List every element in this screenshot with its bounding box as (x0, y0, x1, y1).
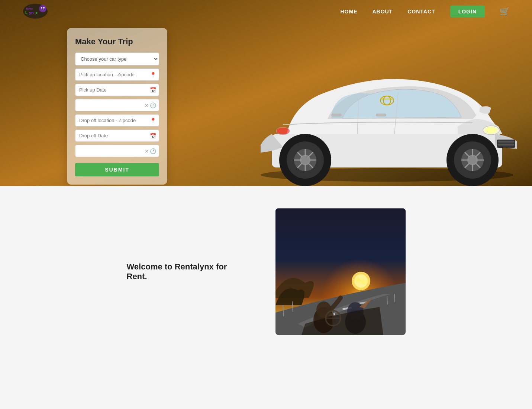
navbar-links: HOME ABOUT CONTACT LOGIN 🛒 (340, 6, 510, 17)
pickup-time-clear[interactable]: ✕ (145, 102, 149, 108)
svg-text:Rent: Rent (26, 7, 33, 10)
cart-icon[interactable]: 🛒 (500, 7, 510, 16)
pickup-date-wrap: 📅 (75, 84, 159, 96)
dropoff-time-clock-icon: 🕐 (150, 148, 156, 154)
trip-form-card: Make Your Trip Choose your car typeSedan… (67, 28, 167, 185)
dropoff-location-input[interactable] (75, 114, 159, 127)
svg-text:x: x (35, 10, 38, 15)
below-hero-section: Welcome to Rentalynx for Rent. (0, 186, 532, 357)
svg-point-44 (39, 5, 46, 12)
logo[interactable]: Rent L yn x (22, 3, 48, 20)
calendar-icon: 📅 (150, 87, 156, 93)
form-title: Make Your Trip (75, 37, 159, 47)
pickup-time-wrap: 12:00 am ✕ 🕐 (75, 99, 159, 111)
dropoff-date-input[interactable] (75, 130, 159, 142)
svg-point-7 (276, 127, 290, 135)
car-type-select[interactable]: Choose your car typeSedanSUVTruckConvert… (75, 52, 159, 65)
dropoff-date-wrap: 📅 (75, 130, 159, 142)
location-icon: 📍 (150, 72, 156, 78)
login-button[interactable]: LOGIN (450, 6, 485, 17)
pickup-date-input[interactable] (75, 84, 159, 96)
nav-contact[interactable]: CONTACT (407, 9, 435, 15)
svg-text:yn: yn (29, 10, 34, 15)
dropoff-time-clear[interactable]: ✕ (145, 148, 149, 154)
pickup-time-clock-icon: 🕐 (150, 102, 156, 108)
svg-rect-34 (376, 114, 386, 116)
nav-home[interactable]: HOME (340, 9, 357, 15)
road-image-inner (275, 208, 406, 335)
dropoff-time-wrap: 12:00 am ✕ 🕐 (75, 145, 159, 157)
hero-car-image (242, 15, 532, 186)
svg-rect-35 (331, 114, 342, 116)
svg-point-45 (41, 7, 42, 9)
welcome-text: Welcome to Rentalynx for Rent. (127, 262, 246, 281)
pickup-location-wrap: 📍 (75, 68, 159, 81)
svg-point-6 (486, 127, 496, 133)
svg-point-46 (43, 7, 45, 9)
navbar: Rent L yn x HOME ABOUT CONTACT LOGIN 🛒 (0, 0, 532, 23)
svg-line-63 (387, 296, 387, 304)
hero-section: Rent L yn x HOME ABOUT CONTACT LOGIN 🛒 (0, 0, 532, 186)
dropoff-location-icon: 📍 (150, 118, 156, 124)
submit-button[interactable]: SUBMIT (75, 163, 159, 176)
nav-about[interactable]: ABOUT (372, 9, 393, 15)
pickup-location-input[interactable] (75, 68, 159, 81)
road-image (275, 208, 406, 335)
dropoff-location-wrap: 📍 (75, 114, 159, 127)
svg-rect-3 (498, 141, 514, 143)
svg-rect-4 (498, 144, 514, 146)
svg-text:L: L (25, 10, 28, 15)
svg-line-64 (394, 294, 395, 302)
dropoff-calendar-icon: 📅 (150, 133, 156, 139)
